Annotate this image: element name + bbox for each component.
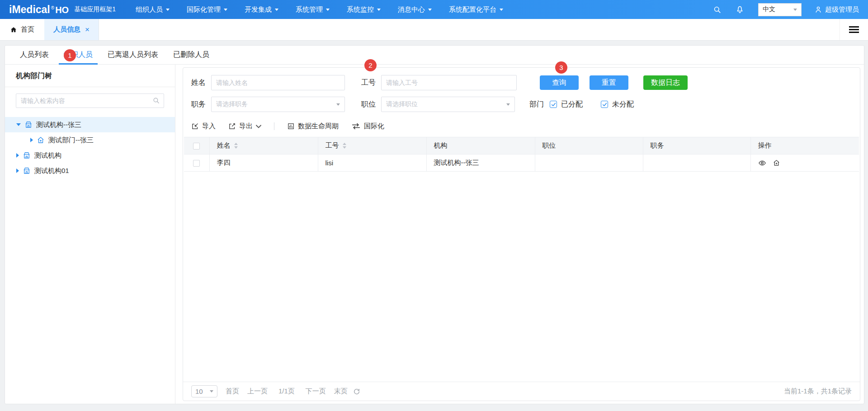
duty-select[interactable]: 请选择职务 <box>211 97 345 112</box>
subtab-retired-list[interactable]: 已离退人员列表 <box>108 46 158 64</box>
search-icon[interactable] <box>152 97 160 104</box>
table-row[interactable]: 李四 lisi 测试机构--张三 <box>184 154 859 172</box>
table-empty-space <box>183 172 860 382</box>
nav-label: 系统配置化平台 <box>449 5 496 14</box>
caret-right-icon[interactable] <box>30 138 33 142</box>
i18n-button[interactable]: 国际化 <box>351 122 384 131</box>
search-icon[interactable] <box>713 5 722 14</box>
tab-personnel-info[interactable]: 人员信息 × <box>44 19 99 40</box>
position-select[interactable]: 请选择职位 <box>381 97 515 112</box>
record-summary: 当前1-1条，共1条记录 <box>784 387 852 396</box>
checkbox-checked-icon[interactable] <box>550 101 557 108</box>
current-user[interactable]: 超级管理员 <box>814 5 859 14</box>
org-tree: 测试机构--张三 测试部门--张三 测试机构 <box>5 111 175 178</box>
cell-name: 李四 <box>209 154 318 172</box>
tree-search-input[interactable] <box>16 93 164 108</box>
annotation-step-3: 3 <box>555 61 567 74</box>
data-lifecycle-icon <box>287 122 295 130</box>
tree-node-label: 测试部门--张三 <box>48 136 94 145</box>
subtab-personnel-list[interactable]: 人员列表 <box>20 46 49 64</box>
view-eye-icon[interactable] <box>758 159 766 167</box>
export-label: 导出 <box>239 122 253 131</box>
prev-page-button[interactable]: 上一页 <box>247 387 268 396</box>
org-tree-sidebar: 机构部门树 测试机构--张三 <box>5 65 175 404</box>
tree-node-label: 测试机构01 <box>34 167 69 175</box>
nav-system-config-platform[interactable]: 系统配置化平台 <box>449 5 503 14</box>
workspace-tab-bar: 首页 人员信息 × <box>0 19 868 41</box>
nav-i18n-management[interactable]: 国际化管理 <box>187 5 227 14</box>
last-page-button[interactable]: 末页 <box>334 387 348 396</box>
nav-label: 国际化管理 <box>187 5 221 14</box>
chevron-down-icon <box>793 9 797 11</box>
sort-icon[interactable] <box>234 143 238 149</box>
nav-label: 消息中心 <box>398 5 425 14</box>
chevron-down-icon <box>326 9 330 11</box>
row-checkbox[interactable] <box>193 160 200 167</box>
position-placeholder: 请选择职位 <box>386 100 418 108</box>
annotation-step-2: 2 <box>364 59 377 71</box>
col-actions-header: 操作 <box>758 141 772 149</box>
logo-product: HO <box>55 5 69 15</box>
nav-org-personnel[interactable]: 组织人员 <box>136 5 170 14</box>
filter-row-2: 职务 请选择职务 职位 请选择职位 部门 <box>191 97 852 112</box>
department-filter-group: 部门 已分配 未分配 <box>529 100 634 109</box>
subtab-deleted[interactable]: 已删除人员 <box>173 46 209 64</box>
personnel-table: 姓名 工号 机构 <box>184 137 859 172</box>
chevron-down-icon <box>210 390 213 392</box>
chevron-down-icon <box>166 9 170 11</box>
swap-arrows-icon <box>351 122 361 130</box>
logo-brand: iMedical <box>9 4 50 16</box>
nav-message-center[interactable]: 消息中心 <box>398 5 432 14</box>
checkbox-checked-icon[interactable] <box>601 101 608 108</box>
cell-org: 测试机构--张三 <box>426 154 535 172</box>
tab-home[interactable]: 首页 <box>0 19 44 40</box>
refresh-icon[interactable] <box>353 388 360 395</box>
sort-icon[interactable] <box>343 143 346 149</box>
nav-system-monitor[interactable]: 系统监控 <box>347 5 381 14</box>
unassigned-checkbox[interactable]: 未分配 <box>601 100 634 109</box>
export-button[interactable]: 导出 <box>228 122 261 131</box>
nav-dev-integration[interactable]: 开发集成 <box>245 5 278 14</box>
app-logo[interactable]: iMedical ® HO <box>9 4 69 16</box>
tree-node-test-org-01[interactable]: 测试机构01 <box>5 163 175 178</box>
import-button[interactable]: 导入 <box>191 122 216 131</box>
reset-button[interactable]: 重置 <box>590 75 628 90</box>
filter-row-1: 姓名 工号 查询 重置 数据日志 <box>191 75 852 90</box>
tab-home-label: 首页 <box>21 25 34 34</box>
bell-icon[interactable] <box>735 5 745 14</box>
code-label: 工号 <box>361 78 376 88</box>
chevron-down-icon <box>500 9 503 11</box>
department-home-icon[interactable] <box>773 159 780 167</box>
data-lifecycle-button[interactable]: 数据生命周期 <box>287 122 339 131</box>
nav-system-management[interactable]: 系统管理 <box>296 5 330 14</box>
caret-right-icon[interactable] <box>16 168 19 173</box>
annotation-step-1: 1 <box>64 49 76 61</box>
page-size-value: 10 <box>195 388 203 395</box>
tree-node-org-zhangsan[interactable]: 测试机构--张三 <box>5 117 175 132</box>
app-name: 基础应用框架1 <box>74 5 116 14</box>
code-input[interactable] <box>381 75 517 90</box>
tree-node-label: 测试机构 <box>34 151 61 160</box>
tree-node-dept-zhangsan[interactable]: 测试部门--张三 <box>5 132 175 148</box>
close-icon[interactable]: × <box>85 25 90 34</box>
name-input[interactable] <box>211 75 345 90</box>
logo-registered-mark: ® <box>51 5 54 10</box>
caret-down-icon[interactable] <box>16 123 21 126</box>
page-size-select[interactable]: 10 <box>191 385 217 397</box>
language-selected-value: 中文 <box>763 5 775 14</box>
query-button[interactable]: 查询 <box>540 75 579 90</box>
select-all-checkbox[interactable] <box>193 143 200 149</box>
position-label: 职位 <box>361 100 376 109</box>
data-log-button[interactable]: 数据日志 <box>643 75 688 90</box>
caret-right-icon[interactable] <box>16 153 19 158</box>
col-duty-header: 职务 <box>651 141 664 149</box>
tab-label: 人员信息 <box>53 25 80 34</box>
assigned-checkbox[interactable]: 已分配 <box>550 100 583 109</box>
tree-search <box>16 93 164 108</box>
first-page-button[interactable]: 首页 <box>226 387 239 396</box>
hamburger-menu-icon[interactable] <box>840 19 868 40</box>
tree-node-test-org[interactable]: 测试机构 <box>5 148 175 163</box>
language-select[interactable]: 中文 <box>758 3 802 16</box>
panel-body: 机构部门树 测试机构--张三 <box>5 65 864 404</box>
next-page-button[interactable]: 下一页 <box>306 387 326 396</box>
